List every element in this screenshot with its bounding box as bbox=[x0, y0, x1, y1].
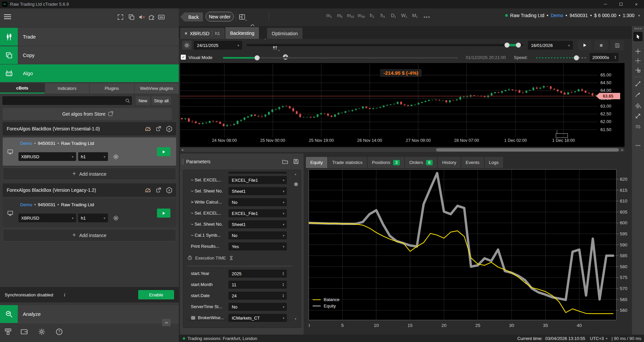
equity-chart[interactable]: 5600565057005750580058505900595060006050… bbox=[309, 169, 627, 330]
new-cbot-button[interactable]: New bbox=[136, 96, 150, 105]
tab-chart-xbrusd[interactable]: XBRUSD h1 bbox=[180, 28, 225, 39]
timezone-select[interactable]: UTC+3 bbox=[590, 336, 604, 341]
tab-optimisation[interactable]: Optimisation bbox=[267, 28, 303, 39]
visual-mode-checkbox[interactable]: ✓ bbox=[181, 55, 186, 60]
instance-settings-icon[interactable] bbox=[113, 154, 119, 160]
share-icon[interactable] bbox=[155, 125, 162, 132]
back-button[interactable]: Back bbox=[180, 12, 203, 21]
new-order-button[interactable]: New order bbox=[206, 12, 234, 21]
sidebar-item-analyze[interactable]: Analyze bbox=[0, 305, 179, 323]
sound-muted-icon[interactable] bbox=[138, 13, 146, 21]
add-instance-button[interactable]: +Add instance bbox=[3, 229, 176, 241]
end-date-select[interactable]: 16/01/2026▾ bbox=[528, 41, 573, 50]
backtest-settings-button[interactable] bbox=[182, 41, 192, 50]
playback-handle[interactable] bbox=[255, 55, 260, 60]
tab-events[interactable]: Events bbox=[461, 157, 484, 168]
timeframe-M1[interactable]: M1 bbox=[410, 13, 420, 18]
candlestick-chart[interactable]: -214.95 $ (-4%) 65.0064.5064.0063.5063.0… bbox=[180, 63, 625, 147]
range-start-handle[interactable] bbox=[504, 43, 509, 48]
timeframe-W1[interactable]: W1 bbox=[399, 13, 409, 18]
collapse-up-button[interactable] bbox=[162, 319, 171, 326]
caret-down-icon[interactable]: ▾ bbox=[606, 337, 607, 340]
save-backtest-button[interactable] bbox=[610, 40, 624, 50]
tab-orders[interactable]: Orders6 bbox=[405, 157, 437, 168]
crosshair-tool-button[interactable] bbox=[633, 47, 643, 56]
parameter-select[interactable]: Sheet1▾ bbox=[228, 220, 287, 228]
cbot-instance[interactable]: Demo• 9450031•Raw Trading Ltd XBRUSD▾ h1… bbox=[3, 199, 176, 227]
parameter-spinner[interactable]: 11▲▼ bbox=[228, 281, 287, 289]
date-range-slider[interactable] bbox=[247, 44, 523, 46]
parameter-select[interactable]: Sheet1▾ bbox=[228, 187, 287, 195]
tab-webview-plugins[interactable]: WebView plugins bbox=[135, 83, 179, 94]
timeframe-select[interactable]: h1▾ bbox=[78, 152, 108, 161]
cloud-off-icon[interactable] bbox=[144, 187, 151, 194]
parameter-select[interactable]: No▾ bbox=[228, 198, 287, 206]
tab-positions[interactable]: Positions3 bbox=[368, 157, 404, 168]
start-date-select[interactable]: 24/11/2025▾ bbox=[194, 41, 242, 50]
price-axis[interactable]: 65.0064.5064.0063.5063.0062.5062.0061.50 bbox=[598, 64, 625, 137]
scroll-down-icon[interactable]: ▼ bbox=[294, 318, 297, 321]
timeframe-h1[interactable]: h1 bbox=[367, 13, 377, 18]
info-icon[interactable]: i bbox=[64, 292, 65, 298]
timeframe-D1[interactable]: D1 bbox=[389, 13, 398, 18]
tab-history[interactable]: History bbox=[438, 157, 461, 168]
time-axis[interactable]: 24 Nov 08:0025 Nov 00:0025 Nov 19:0026 N… bbox=[180, 138, 598, 146]
cbot-instance[interactable]: Demo• 9450031•Raw Trading Ltd XBRUSD▾ h1… bbox=[3, 137, 176, 166]
cbot-header[interactable]: ForexAlgos BlackBox (Version Essential-1… bbox=[3, 122, 176, 135]
timeframe-h4[interactable]: h4 bbox=[378, 13, 387, 18]
parameter-select[interactable]: EXCEL_File1▾ bbox=[228, 209, 287, 217]
settings-gear-icon[interactable] bbox=[38, 328, 46, 336]
panel-drag-handle[interactable] bbox=[182, 159, 183, 165]
parameter-select[interactable]: EXCEL_File1▾ bbox=[228, 176, 287, 184]
close-button[interactable]: × bbox=[629, 0, 644, 8]
timeframe-m5[interactable]: m5 bbox=[335, 13, 344, 18]
scroll-right-icon[interactable]: ▸ bbox=[622, 148, 623, 152]
symbol-select[interactable]: XBRUSD▾ bbox=[18, 152, 76, 161]
parameter-select[interactable]: ICMarkets_CT▾ bbox=[228, 314, 287, 322]
scroll-left-icon[interactable]: ◂ bbox=[181, 148, 183, 152]
start-backtest-button[interactable] bbox=[578, 40, 591, 50]
share-icon[interactable] bbox=[155, 187, 162, 193]
start-cbot-button[interactable] bbox=[157, 209, 170, 218]
maximize-button[interactable] bbox=[613, 0, 629, 8]
tab-trade-statistics[interactable]: Trade statistics bbox=[328, 157, 367, 168]
timeframe-select[interactable]: h1▾ bbox=[78, 214, 108, 222]
tab-plugins[interactable]: Plugins bbox=[90, 83, 134, 94]
speed-handle[interactable] bbox=[574, 55, 579, 60]
chart-layout-button[interactable] bbox=[237, 12, 247, 22]
chart-scrollbar[interactable]: ◂ ▸ bbox=[180, 148, 625, 152]
stop-backtest-button[interactable] bbox=[594, 40, 608, 50]
scrollbar-dot[interactable] bbox=[294, 182, 298, 186]
help-icon[interactable] bbox=[55, 328, 63, 336]
parameter-select[interactable]: No▾ bbox=[228, 303, 287, 311]
enable-sync-button[interactable]: Enable bbox=[138, 290, 174, 299]
timeframe-m15[interactable]: m15 bbox=[346, 13, 355, 18]
account-selector[interactable]: Raw Trading Ltd • Demo • 9450031 • $ 6 0… bbox=[505, 13, 640, 18]
timeframe-m30[interactable]: m30 bbox=[357, 13, 366, 18]
start-cbot-button[interactable] bbox=[157, 147, 170, 156]
sidebar-item-algo[interactable]: Algo bbox=[0, 64, 179, 82]
wallet-icon[interactable] bbox=[20, 328, 28, 336]
chart-end-marker[interactable] bbox=[556, 133, 568, 138]
stop-all-button[interactable]: Stop all bbox=[152, 96, 171, 105]
cbot-header[interactable]: ForexAlgos BlackBox (Version Legacy-1.2) bbox=[3, 183, 176, 197]
instance-settings-icon[interactable] bbox=[113, 215, 119, 221]
crosshair-sync-button[interactable] bbox=[633, 56, 643, 65]
scroll-up-icon[interactable]: ▲ bbox=[294, 173, 297, 176]
more-tools-button[interactable] bbox=[633, 141, 643, 150]
symbol-select[interactable]: XBRUSD▾ bbox=[18, 214, 76, 222]
sidebar-item-trade[interactable]: Trade bbox=[0, 28, 179, 46]
scrollbar-thumb[interactable] bbox=[436, 148, 619, 152]
parameter-select[interactable]: Yes▾ bbox=[228, 242, 287, 250]
tab-equity[interactable]: Equity bbox=[306, 157, 327, 168]
csharp-badge-icon[interactable] bbox=[166, 187, 173, 194]
duplicate-icon[interactable] bbox=[128, 13, 135, 21]
cloud-off-icon[interactable] bbox=[144, 125, 151, 132]
speed-value-spinner[interactable]: 200000x ▲▼ bbox=[590, 53, 619, 62]
speed-slider[interactable] bbox=[536, 57, 576, 58]
csharp-badge-icon[interactable] bbox=[166, 125, 173, 132]
freehand-tool-button[interactable] bbox=[633, 90, 643, 99]
main-menu-button[interactable] bbox=[4, 13, 11, 20]
trendline-tool-button[interactable] bbox=[633, 79, 643, 89]
load-parameters-icon[interactable] bbox=[282, 158, 288, 165]
